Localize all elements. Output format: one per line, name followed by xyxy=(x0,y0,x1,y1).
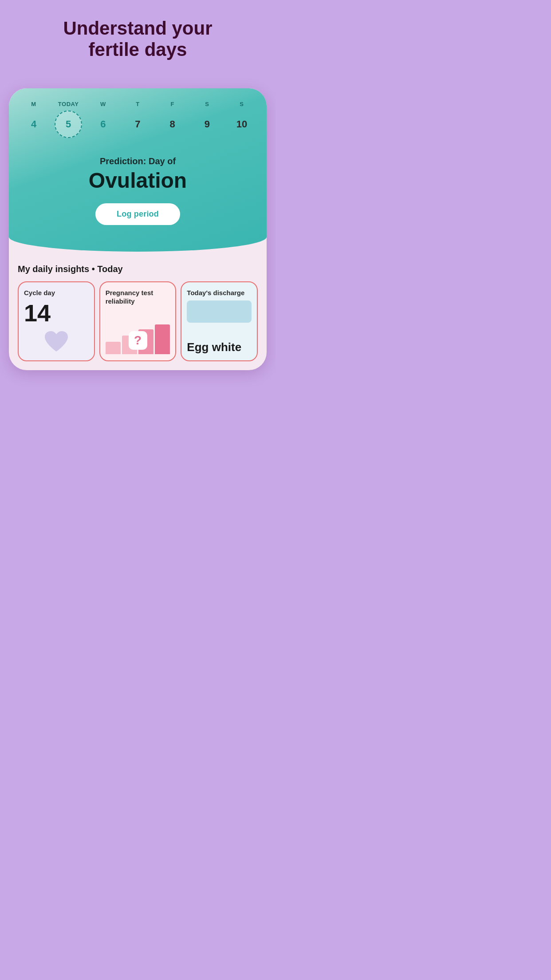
heart-icon xyxy=(43,329,70,354)
insights-section: My daily insights • Today Cycle day 14 P… xyxy=(9,252,267,370)
cal-date-4[interactable]: 4 xyxy=(20,110,48,138)
cal-label-today: TODAY xyxy=(54,101,83,107)
log-period-button[interactable]: Log period xyxy=(95,203,180,225)
cal-date-5[interactable]: 5 xyxy=(54,110,83,138)
cal-date-6[interactable]: 6 xyxy=(89,110,117,138)
headline-line1: Understand your xyxy=(63,18,212,39)
pregnancy-test-card: Pregnancy test reliability ? xyxy=(99,281,177,361)
cal-label-wed: W xyxy=(89,101,117,107)
ovulation-title: Ovulation xyxy=(20,168,256,193)
headline-line2: fertile days xyxy=(89,39,187,60)
cycle-day-number: 14 xyxy=(24,301,51,325)
discharge-card: Today's discharge Egg white xyxy=(181,281,258,361)
cal-label-mon: M xyxy=(20,101,48,107)
cal-date-8[interactable]: 8 xyxy=(158,110,187,138)
discharge-value: Egg white xyxy=(187,340,252,354)
cal-date-9[interactable]: 9 xyxy=(193,110,221,138)
pregnancy-visual: ? xyxy=(106,309,170,354)
teal-section: M TODAY W T F S S 4 5 6 7 8 9 10 Predict… xyxy=(9,88,267,252)
question-mark-box: ? xyxy=(129,331,147,350)
calendar-header-row: M TODAY W T F S S xyxy=(20,101,256,107)
cal-label-sun: S xyxy=(228,101,256,107)
cal-label-sat: S xyxy=(193,101,221,107)
cycle-day-card: Cycle day 14 xyxy=(18,281,95,361)
pregnancy-title: Pregnancy test reliability xyxy=(106,288,170,306)
insights-title: My daily insights • Today xyxy=(18,264,258,274)
cards-row: Cycle day 14 Pregnancy test reliability xyxy=(18,281,258,361)
calendar-dates-row: 4 5 6 7 8 9 10 xyxy=(20,110,256,138)
cal-label-thu: T xyxy=(123,101,152,107)
discharge-title: Today's discharge xyxy=(187,288,252,297)
discharge-top-visual xyxy=(187,300,252,323)
cal-date-10[interactable]: 10 xyxy=(228,110,256,138)
headline: Understand your fertile days xyxy=(63,18,212,75)
prediction-label: Prediction: Day of xyxy=(20,156,256,166)
cycle-day-title: Cycle day xyxy=(24,288,55,297)
heart-icon-wrap xyxy=(24,329,89,354)
phone-card: M TODAY W T F S S 4 5 6 7 8 9 10 Predict… xyxy=(9,88,267,370)
cal-date-7[interactable]: 7 xyxy=(123,110,152,138)
cal-label-fri: F xyxy=(158,101,187,107)
